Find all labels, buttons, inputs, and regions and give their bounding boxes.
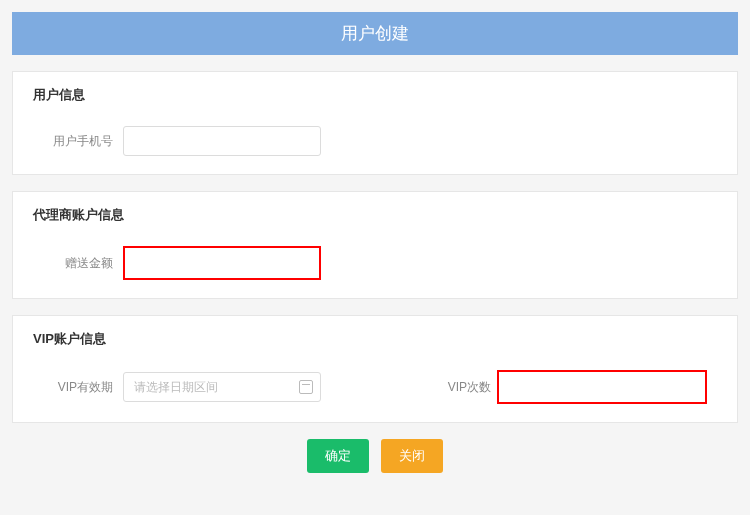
page-header: 用户创建 [12, 12, 738, 55]
section-title-agent: 代理商账户信息 [33, 206, 717, 224]
button-row: 确定 关闭 [12, 439, 738, 473]
bonus-amount-input[interactable] [123, 246, 321, 280]
form-group-vip-count: VIP次数 [448, 370, 707, 404]
section-title-user: 用户信息 [33, 86, 717, 104]
phone-input[interactable] [123, 126, 321, 156]
confirm-button[interactable]: 确定 [307, 439, 369, 473]
vip-period-input[interactable] [123, 372, 321, 402]
bonus-label: 赠送金额 [33, 255, 113, 272]
vip-period-label: VIP有效期 [33, 379, 113, 396]
form-group-phone: 用户手机号 [33, 126, 321, 156]
section-vip-info: VIP账户信息 VIP有效期 VIP次数 [12, 315, 738, 423]
vip-count-input[interactable] [497, 370, 707, 404]
form-group-bonus: 赠送金额 [33, 246, 321, 280]
phone-label: 用户手机号 [33, 133, 113, 150]
section-title-vip: VIP账户信息 [33, 330, 717, 348]
vip-count-label: VIP次数 [448, 379, 491, 396]
section-agent-info: 代理商账户信息 赠送金额 [12, 191, 738, 299]
form-group-vip-period: VIP有效期 [33, 372, 321, 402]
close-button[interactable]: 关闭 [381, 439, 443, 473]
page-title: 用户创建 [341, 24, 409, 43]
section-user-info: 用户信息 用户手机号 [12, 71, 738, 175]
